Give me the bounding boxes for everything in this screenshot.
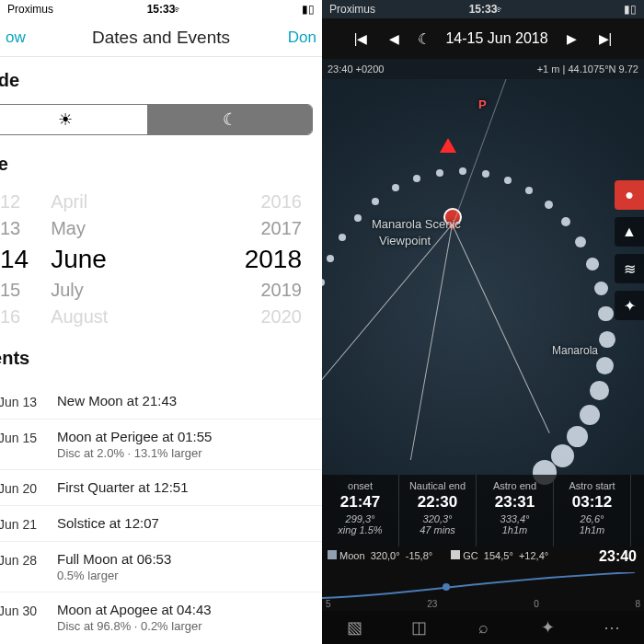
last-button[interactable]: ▶| [595,31,616,46]
event-title: Moon at Perigee at 01:55 [57,429,212,444]
dates-events-screen: Proximus ᯤ 15:33 ▮▯ ow Dates and Events … [0,0,322,644]
event-date: Jun 28 [0,551,37,568]
moon-position-dot [599,331,615,348]
bottom-tab-bar: ▧ ◫ ⌕ ✦ ⋯ [322,611,644,644]
moon-position-dot [598,306,613,321]
selected-date-range[interactable]: 14-15 Jun 2018 [445,30,547,47]
moon-position-dot [561,217,571,227]
carrier: Proximus [7,3,53,16]
direction-arrow-icon [440,138,456,153]
satellite-button[interactable]: ✦ [615,291,644,320]
moon-position-dot [586,258,599,270]
list-item[interactable]: Jun 30 Moon at Apogee at 04:43Disc at 96… [0,592,322,642]
list-item[interactable]: Jun 20 First Quarter at 12:51 [0,469,322,505]
moon-position-dot [575,236,586,247]
moon-position-dot [392,184,399,191]
chart-ticks: 52308 [326,599,640,609]
list-item[interactable]: Jun 13 New Moon at 21:43 [0,384,322,419]
status-bar-left: Proximus ᯤ 15:33 ▮▯ [0,0,322,18]
prev-button[interactable]: ◀ [385,31,403,46]
event-title: First Quarter at 12:51 [57,479,189,495]
year-wheel[interactable]: 2016 2017 2018 2019 2020 [245,191,302,328]
info-ledge: 23:40 +0200 +1 m | 44.1075°N 9.72 [322,59,644,79]
event-title: Solstice at 12:07 [57,515,159,531]
moon-position-dot [590,381,609,400]
nav-header: ow Dates and Events Don [0,18,322,57]
event-date: Jun 21 [0,515,37,532]
event-subtitle: Disc at 96.8% · 0.2% larger [57,619,212,633]
tab-ar[interactable]: ◫ [386,611,451,644]
twilight-card[interactable]: Naut [631,475,644,546]
clock: 15:33 [469,3,498,16]
nav-back-button[interactable]: ow [0,29,31,47]
twilight-card[interactable]: Astro end23:31333,4°1h1m [477,475,554,546]
moon-position-dot [580,405,600,425]
nav-done-button[interactable]: Don [282,29,322,47]
map-side-toolbar: ● ▲ ≋ ✦ [615,180,644,320]
list-item[interactable]: Jun 15 Moon at Perigee at 01:55Disc at 2… [0,419,322,469]
altitude-chart[interactable]: Moon 320,0° -15,8° GC 154,5° +12,4° 23:4… [322,546,644,611]
moon-position-dot [504,177,512,184]
date-heading: ate [0,141,322,184]
local-time: 23:40 +0200 [328,63,384,75]
event-title: New Moon at 21:43 [57,393,177,408]
moon-position-dot [459,167,466,175]
twilight-card[interactable]: Astro start03:1226,6°1h1m [554,475,631,546]
day-wheel[interactable]: 12 13 14 15 16 [0,191,29,328]
chart-legend: Moon 320,0° -15,8° GC 154,5° +12,4° [328,550,638,561]
moon-position-dot [413,175,420,182]
moon-position-dot [339,234,346,241]
page-title: Dates and Events [92,28,230,48]
event-title: Full Moon at 06:53 [57,551,171,567]
first-button[interactable]: |◀ [351,31,372,46]
moon-position-dot [525,187,533,194]
tab-night[interactable]: ✦ [515,611,580,644]
pole-marker: P [478,98,487,111]
event-date: Jun 15 [0,429,37,445]
layers-button[interactable]: ≋ [615,254,644,283]
twilight-card[interactable]: Nautical end22:30320,3°47 mins [399,475,477,546]
battery-icon: ▮▯ [302,3,315,16]
status-bar-right: Proximus ᯤ 15:33 ▮▯ [322,0,644,18]
list-item[interactable]: Jun 28 Full Moon at 06:530.5% larger [0,541,322,592]
moon-position-dot [482,170,489,178]
clock: 15:33 [147,3,176,16]
moon-icon: ☾ [223,109,237,130]
terrain-button[interactable]: ▲ [615,217,644,247]
mode-segmented-control[interactable]: ☀ ☾ [0,104,313,135]
twilight-card[interactable]: onset21:47299,3°xing 1.5% [322,475,399,546]
event-date: Jun 13 [0,393,37,409]
twilight-cards[interactable]: onset21:47299,3°xing 1.5%Nautical end22:… [322,475,644,546]
event-subtitle: Disc at 2.0% · 13.1% larger [57,446,212,460]
sun-mode-tab[interactable]: ☀ [0,105,147,134]
event-title: Moon at Apogee at 04:43 [57,602,212,617]
mode-heading: lode [0,57,322,100]
event-subtitle: 0.5% larger [57,569,171,582]
moon-position-dot [372,198,379,205]
moon-mode-tab[interactable]: ☾ [147,105,312,134]
moon-position-dot [551,444,574,467]
date-picker[interactable]: 12 13 14 15 16 April May June July Augus… [0,184,322,335]
moon-position-dot [596,357,614,374]
tab-more[interactable]: ⋯ [580,611,644,644]
moon-phase-icon: ☾ [418,30,431,48]
poi-label-2: Viewpoint [379,234,431,247]
list-item[interactable]: Jun 21 Solstice at 12:07 [0,505,322,541]
date-nav-bar: |◀ ◀ ☾ 14-15 Jun 2018 ▶ ▶| [322,18,644,59]
record-button[interactable]: ● [615,180,644,210]
next-button[interactable]: ▶ [563,31,581,46]
tab-map[interactable]: ▧ [322,611,386,644]
altitude-curve-icon [322,572,635,600]
event-date: Jun 30 [0,602,37,618]
legend-row: Moon 320,0° -15,8° [328,550,432,561]
moon-position-dot [322,279,325,286]
events-heading: vents [0,335,322,378]
tab-search[interactable]: ⌕ [451,611,515,644]
battery-icon: ▮▯ [624,3,637,16]
event-date: Jun 20 [0,479,37,496]
svg-point-0 [443,583,450,591]
chart-time: 23:40 [599,548,637,565]
month-wheel[interactable]: April May June July August [51,191,108,328]
legend-row: GC 154,5° +12,4° [451,550,548,561]
events-list: Jun 13 New Moon at 21:43Jun 15 Moon at P… [0,384,322,642]
